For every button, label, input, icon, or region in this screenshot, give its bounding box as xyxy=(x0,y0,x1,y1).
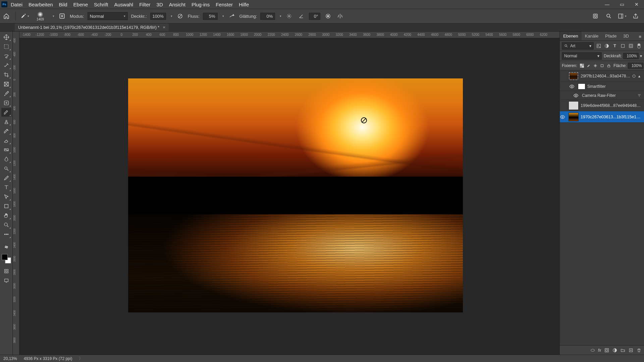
lock-pixels-icon[interactable] xyxy=(587,63,591,68)
path-select-tool[interactable] xyxy=(1,192,11,201)
layer-thumbnail[interactable] xyxy=(569,101,579,110)
menu-bearbeiten[interactable]: Bearbeiten xyxy=(29,2,53,7)
filter-toggle-icon[interactable] xyxy=(636,43,642,49)
panel-tab-3d[interactable]: 3D xyxy=(620,32,632,41)
lasso-tool[interactable] xyxy=(1,52,11,60)
menu-plug-ins[interactable]: Plug-ins xyxy=(192,2,210,7)
document-tab[interactable]: Unbenannt-1 bei 20,1% (1970c267e0361312d… xyxy=(15,23,169,31)
panel-menu-icon[interactable]: ≡ xyxy=(636,33,644,41)
brush-dropdown-icon[interactable]: ▾ xyxy=(51,14,54,18)
color-swatch[interactable] xyxy=(2,254,11,263)
menu-3d[interactable]: 3D xyxy=(157,2,163,7)
tool-preset-icon[interactable]: ▾ xyxy=(20,12,29,20)
close-tab-icon[interactable]: × xyxy=(163,25,165,30)
airbrush-icon[interactable] xyxy=(227,12,236,20)
brush-tool[interactable] xyxy=(1,108,11,117)
close-button[interactable]: ✕ xyxy=(633,2,641,7)
layer-mask-icon[interactable] xyxy=(604,348,609,353)
brush-panel-toggle[interactable] xyxy=(58,12,66,20)
frame-tool[interactable] xyxy=(1,80,11,88)
visibility-toggle[interactable] xyxy=(573,93,582,98)
zoom-readout[interactable]: 20,13% xyxy=(3,356,17,361)
lock-transparency-icon[interactable] xyxy=(580,63,584,68)
pressure-opacity-icon[interactable] xyxy=(176,12,184,20)
hand-tool[interactable] xyxy=(1,211,11,220)
maximize-button[interactable]: ▭ xyxy=(618,2,626,7)
zoom-tool[interactable] xyxy=(1,221,11,229)
lock-position-icon[interactable] xyxy=(593,63,597,68)
cloud-docs-icon[interactable] xyxy=(591,12,600,20)
layer-row[interactable]: 199e6dee4f968...87ee94944802d xyxy=(560,100,644,111)
heal-tool[interactable] xyxy=(1,99,11,107)
home-button[interactable] xyxy=(2,12,11,20)
fill-input[interactable]: 100% xyxy=(628,63,643,69)
menu-ebene[interactable]: Ebene xyxy=(73,2,88,7)
gradient-tool[interactable] xyxy=(1,145,11,154)
minimize-button[interactable]: — xyxy=(603,2,611,7)
layer-filter-kind[interactable]: Art ▾ xyxy=(562,42,594,50)
filter-settings-icon[interactable] xyxy=(637,93,642,98)
wand-tool[interactable] xyxy=(1,61,11,70)
layer-row[interactable]: Smartfilter xyxy=(560,82,644,91)
eyedropper-tool[interactable] xyxy=(1,89,11,98)
more-tools[interactable] xyxy=(1,230,11,239)
dodge-tool[interactable] xyxy=(1,164,11,173)
stamp-tool[interactable] xyxy=(1,117,11,126)
panel-tab-ebenen[interactable]: Ebenen xyxy=(560,32,582,41)
menu-hilfe[interactable]: Hilfe xyxy=(239,2,249,7)
symmetry-icon[interactable] xyxy=(336,12,344,20)
type-tool[interactable] xyxy=(1,183,11,192)
new-layer-icon[interactable] xyxy=(629,348,633,353)
flow-input[interactable]: 5% xyxy=(203,13,218,20)
quick-mask-icon[interactable] xyxy=(1,267,11,276)
crop-tool[interactable] xyxy=(1,70,11,79)
shape-tool[interactable] xyxy=(1,202,11,210)
filter-pixel-icon[interactable] xyxy=(596,43,602,49)
filter-smart-icon[interactable] xyxy=(628,43,634,49)
collapse-icon[interactable]: ▴ xyxy=(637,73,642,79)
screen-mode-icon[interactable] xyxy=(1,276,11,285)
canvas[interactable] xyxy=(26,38,559,355)
layer-thumbnail[interactable] xyxy=(569,72,579,80)
menu-ansicht[interactable]: Ansicht xyxy=(169,2,185,7)
pen-tool[interactable] xyxy=(1,174,11,182)
filter-adjust-icon[interactable] xyxy=(604,43,610,49)
layer-row[interactable]: Camera Raw-Filter xyxy=(560,91,644,100)
filter-type-icon[interactable]: T xyxy=(612,43,618,49)
lock-artboard-icon[interactable] xyxy=(600,63,604,68)
share-icon[interactable] xyxy=(631,12,640,20)
search-icon[interactable] xyxy=(604,12,613,20)
menu-bild[interactable]: Bild xyxy=(59,2,67,7)
layer-thumbnail[interactable] xyxy=(569,113,579,121)
layer-name[interactable]: 199e6dee4f968...87ee94944802d xyxy=(581,103,642,108)
smoothing-input[interactable]: 0% xyxy=(260,13,275,20)
layer-row[interactable]: 29f7fb124604...93a047894a38▴ xyxy=(560,70,644,82)
visibility-toggle[interactable] xyxy=(569,84,578,89)
filter-visibility-icon[interactable] xyxy=(631,73,637,79)
new-group-icon[interactable] xyxy=(621,348,625,353)
lock-all-icon[interactable] xyxy=(607,63,611,68)
menu-schrift[interactable]: Schrift xyxy=(94,2,108,7)
new-adjustment-icon[interactable] xyxy=(612,348,617,353)
menu-fenster[interactable]: Fenster xyxy=(216,2,233,7)
layer-fx-icon[interactable]: fx xyxy=(598,348,601,353)
history-brush-tool[interactable] xyxy=(1,127,11,135)
layer-name[interactable]: Smartfilter xyxy=(587,84,642,89)
layer-blend-mode-select[interactable]: Normal▾ xyxy=(562,52,602,60)
angle-input[interactable]: 0° xyxy=(309,13,320,20)
layer-name[interactable]: 29f7fb124604...93a047894a38 xyxy=(581,74,631,78)
layer-name[interactable]: Camera Raw-Filter xyxy=(582,93,637,98)
pressure-size-icon[interactable] xyxy=(324,12,332,20)
layer-name[interactable]: 1970c267e03613...1b3f115e14179 xyxy=(581,115,642,119)
opacity-input[interactable]: 100% xyxy=(150,13,166,20)
menu-datei[interactable]: Datei xyxy=(11,2,22,7)
blend-mode-select[interactable]: Normal▾ xyxy=(88,12,128,20)
eraser-tool[interactable] xyxy=(1,136,11,145)
panel-tab-pfade[interactable]: Pfade xyxy=(602,32,620,41)
panel-tab-kanäle[interactable]: Kanäle xyxy=(582,32,602,41)
brush-preview[interactable]: 1409 xyxy=(33,10,48,22)
visibility-toggle[interactable] xyxy=(560,114,569,120)
status-chevron-icon[interactable]: 〉 xyxy=(79,356,83,361)
layer-opacity-input[interactable]: 100% xyxy=(623,53,639,59)
blur-tool[interactable] xyxy=(1,155,11,164)
